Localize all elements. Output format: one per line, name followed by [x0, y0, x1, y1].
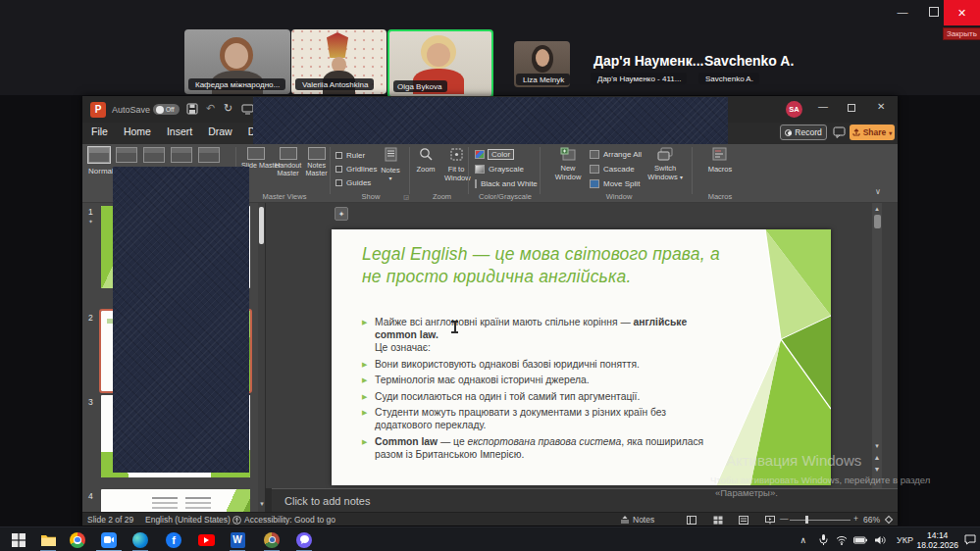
action-center-icon[interactable]: [964, 527, 976, 551]
reading-view-icon[interactable]: [739, 516, 748, 525]
zoom-slider-track[interactable]: [790, 520, 851, 521]
file-explorer-icon[interactable]: [35, 529, 61, 550]
next-slide-icon[interactable]: ▼: [872, 466, 882, 474]
tab-home[interactable]: Home: [124, 125, 151, 137]
macros-button[interactable]: Macros: [700, 145, 740, 175]
zoom-out-button[interactable]: —: [780, 514, 789, 524]
show-dialog-launcher-icon[interactable]: ◲: [403, 193, 409, 200]
scrollbar-thumb[interactable]: [259, 207, 264, 244]
view-reading-icon[interactable]: [198, 147, 220, 163]
comments-icon[interactable]: [833, 126, 846, 138]
notes-toggle-button[interactable]: Notes: [620, 515, 654, 525]
share-button[interactable]: Share ▾: [850, 125, 895, 140]
tray-chevron-icon[interactable]: ∧: [799, 527, 806, 551]
tray-mic-icon[interactable]: [819, 527, 828, 551]
undo-icon[interactable]: ↶: [206, 102, 215, 115]
tab-file[interactable]: File: [91, 125, 108, 137]
minimize-button[interactable]: —: [891, 2, 914, 22]
edge-icon[interactable]: [128, 529, 153, 550]
restore-button[interactable]: [922, 2, 946, 22]
autosave-toggle[interactable]: Off: [153, 104, 180, 115]
zoom-slider-thumb[interactable]: [805, 516, 808, 524]
notes-ribbon-button[interactable]: Notes ▾: [377, 147, 404, 181]
thumbnail-scrollbar[interactable]: ▾: [258, 203, 265, 512]
scrollbar-thumb[interactable]: [874, 215, 881, 228]
save-icon[interactable]: [186, 103, 198, 115]
tray-speaker-icon[interactable]: [875, 527, 886, 551]
scroll-up-icon[interactable]: ▴: [872, 205, 882, 213]
ppt-minimize-icon[interactable]: —: [818, 101, 828, 112]
normal-view-icon[interactable]: [687, 516, 696, 525]
fit-window-icon: [449, 147, 464, 162]
slide-counter[interactable]: Slide 2 of 29: [87, 515, 133, 525]
zoom-percentage[interactable]: 66%: [863, 515, 880, 525]
new-window-button[interactable]: NewWindow: [552, 147, 584, 191]
macros-icon: [712, 147, 728, 162]
participant-name: Liza Melnyk: [523, 75, 564, 84]
black-and-white-button[interactable]: Black and White: [475, 176, 536, 191]
language-status[interactable]: English (United States): [145, 515, 231, 525]
scroll-down-icon[interactable]: ▾: [872, 442, 882, 450]
slide-sorter-view-icon[interactable]: [713, 516, 723, 525]
view-slide-sorter-icon[interactable]: [143, 147, 165, 163]
tray-battery-icon[interactable]: [853, 527, 867, 551]
fit-to-window-button[interactable]: Fit toWindow: [444, 147, 468, 182]
slide-body-text[interactable]: ▶ Майже всі англомовні країни мають спіл…: [362, 316, 713, 464]
floating-tool-icon[interactable]: ✦: [335, 207, 348, 221]
cascade-button[interactable]: Cascade: [590, 162, 642, 176]
redo-icon[interactable]: ↻: [224, 102, 232, 115]
notes-placeholder: Click to add notes: [284, 495, 370, 507]
video-tile-2[interactable]: Valeriia Antoshkina: [291, 29, 387, 94]
scroll-down-icon[interactable]: ▾: [257, 500, 265, 508]
browser-icon[interactable]: [259, 529, 284, 550]
chrome-icon[interactable]: [65, 529, 90, 550]
close-tooltip: Закрыть: [943, 27, 980, 40]
slide-number: 1: [88, 207, 93, 217]
slide[interactable]: Legal English — це мова світового права,…: [332, 229, 831, 485]
tray-wifi-icon[interactable]: [836, 527, 848, 551]
view-normal-icon[interactable]: [88, 147, 110, 163]
grayscale-button[interactable]: Grayscale: [475, 162, 536, 176]
video-tile-4[interactable]: Liza Melnyk: [514, 41, 570, 87]
arrange-all-button[interactable]: Arrange All: [590, 147, 642, 162]
slide-title[interactable]: Legal English — це мова світового права,…: [362, 243, 745, 287]
close-button[interactable]: ✕: [944, 0, 980, 25]
video-tile-3-active-speaker[interactable]: Olga Bykova: [387, 29, 493, 98]
word-icon[interactable]: W: [225, 529, 250, 550]
move-split-button[interactable]: Move Split: [590, 176, 642, 191]
video-tile-1[interactable]: Кафедра міжнародно...: [184, 29, 290, 94]
record-button[interactable]: Record: [780, 125, 827, 140]
notes-pane[interactable]: Click to add notes: [272, 488, 898, 512]
bullet-marker-icon: ▶: [362, 374, 369, 386]
youtube-icon[interactable]: [193, 529, 219, 550]
switch-windows-button[interactable]: SwitchWindows ▾: [647, 147, 683, 191]
previous-slide-icon[interactable]: ▲: [872, 454, 882, 462]
zoom-app-icon[interactable]: [96, 529, 122, 550]
slide-thumbnail-4[interactable]: [101, 489, 250, 512]
tab-insert[interactable]: Insert: [167, 125, 192, 137]
magnifier-icon: [419, 147, 434, 162]
ppt-restore-icon[interactable]: [848, 104, 855, 112]
screen: Кафедра міжнародно... Valeriia Antoshkin…: [0, 0, 980, 551]
handout-master-button[interactable]: Handout Master: [275, 147, 301, 177]
slideshow-view-icon[interactable]: [765, 516, 775, 525]
facebook-icon[interactable]: f: [161, 529, 186, 550]
view-notes-page-icon[interactable]: [171, 147, 192, 163]
collapse-ribbon-icon[interactable]: ∨: [875, 187, 881, 196]
start-button[interactable]: [6, 529, 31, 550]
ppt-close-icon[interactable]: ✕: [877, 101, 885, 112]
clock[interactable]: 14:14 18.02.2026: [916, 527, 958, 551]
zoom-in-button[interactable]: +: [853, 514, 858, 524]
language-indicator[interactable]: УКР: [897, 527, 913, 551]
bullet-item: ▶ Common law — це експортована правова с…: [362, 435, 713, 461]
color-button[interactable]: Color: [475, 147, 536, 162]
notes-master-button[interactable]: Notes Master: [305, 147, 328, 177]
fit-slide-to-window-icon[interactable]: [885, 515, 893, 523]
view-outline-icon[interactable]: [116, 147, 137, 163]
slide-scrollbar[interactable]: ▴ ▾ ▲ ▼: [872, 203, 882, 488]
zoom-button[interactable]: Zoom: [416, 147, 436, 182]
messenger-icon[interactable]: [291, 529, 317, 550]
accessibility-status[interactable]: Accessibility: Good to go: [244, 515, 335, 525]
account-avatar[interactable]: SA: [786, 101, 802, 118]
tab-draw[interactable]: Draw: [208, 125, 232, 137]
